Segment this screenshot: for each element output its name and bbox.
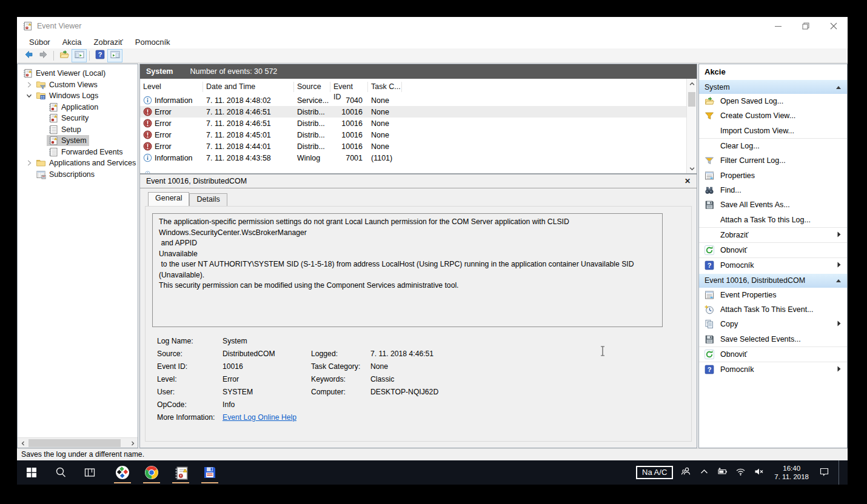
event-row[interactable]: Information7. 11. 2018 4:48:02Service...… [140, 94, 697, 106]
action-item[interactable]: Copy [699, 317, 847, 331]
collapse-arrow-icon[interactable] [835, 83, 842, 91]
help-button[interactable]: ? [92, 49, 107, 62]
scrollbar-thumb[interactable] [688, 92, 695, 107]
action-item[interactable]: Save Selected Events... [699, 331, 847, 346]
chevron-right-icon[interactable] [24, 81, 35, 89]
color-app-taskbar-icon[interactable] [108, 460, 137, 485]
toggle-action-pane-button[interactable] [107, 49, 122, 62]
action-item[interactable]: Find... [699, 183, 847, 197]
collapse-arrow-icon[interactable] [835, 276, 842, 285]
scroll-down-arrow[interactable] [687, 164, 697, 173]
restore-button[interactable] [792, 17, 820, 35]
scrollbar-thumb[interactable] [28, 439, 121, 447]
column-header[interactable]: Event ID [330, 82, 368, 92]
keyboard-layout-indicator[interactable]: Na A/C [636, 466, 673, 479]
action-item[interactable]: ?Pomocník [699, 362, 847, 377]
log-panel: System Number of events: 30 572 LevelDat… [139, 64, 697, 448]
action-item[interactable]: Zobraziť [699, 228, 847, 242]
action-item[interactable]: Properties [699, 168, 847, 182]
action-item[interactable]: ?Pomocník [699, 258, 847, 273]
tree-item[interactable]: Event Viewer (Local) [18, 68, 138, 79]
action-item[interactable]: Import Custom View... [699, 124, 847, 138]
people-icon[interactable] [681, 466, 691, 479]
chevron-down-icon[interactable] [24, 91, 35, 100]
tree-item[interactable]: Subscriptions [18, 169, 138, 181]
action-item[interactable]: Open Saved Log... [699, 94, 847, 108]
clock[interactable]: 16:40 7. 11. 2018 [772, 464, 811, 481]
action-item-label: Save Selected Events... [720, 335, 801, 343]
action-item[interactable]: Event Properties [699, 288, 847, 302]
action-item[interactable]: Obnoviť [699, 347, 847, 362]
action-item[interactable]: Obnoviť [699, 243, 847, 257]
field-label: Computer: [311, 388, 346, 396]
start-button[interactable] [17, 460, 46, 485]
scroll-right-arrow[interactable] [127, 438, 138, 448]
tree-item[interactable]: Windows Logs [18, 90, 138, 102]
tree-horizontal-scrollbar[interactable] [18, 437, 138, 448]
wifi-icon[interactable] [735, 466, 746, 479]
forward-button[interactable] [36, 49, 51, 62]
event-log-online-help-link[interactable]: Event Log Online Help [223, 413, 296, 422]
menu-item[interactable]: Zobraziť [88, 35, 129, 48]
status-bar: Saves the log under a different name. [17, 448, 848, 460]
tray-expand-chevron-icon[interactable] [699, 466, 709, 479]
menu-item[interactable]: Pomocník [129, 35, 176, 48]
scroll-up-arrow[interactable] [687, 79, 697, 88]
close-detail-icon[interactable]: ✕ [685, 177, 691, 185]
event-row[interactable]: Error7. 11. 2018 4:44:01Distrib...10016N… [140, 141, 697, 152]
column-header[interactable]: Level [140, 82, 203, 92]
description-line: Unavailable [159, 249, 656, 260]
volume-muted-icon[interactable] [754, 466, 764, 479]
search-button[interactable] [46, 460, 75, 485]
tab-general[interactable]: General [148, 192, 189, 206]
toggle-console-tree-button[interactable] [72, 49, 87, 62]
tree-item[interactable]: Setup [18, 124, 138, 136]
action-item[interactable]: Attach Task To This Event... [699, 302, 847, 317]
minimize-button[interactable] [764, 17, 792, 35]
action-item[interactable]: Clear Log... [699, 139, 847, 153]
battery-charging-icon[interactable] [717, 466, 728, 479]
action-item[interactable]: Save All Events As... [699, 197, 847, 212]
action-item-label: Create Custom View... [720, 111, 795, 120]
event-row[interactable]: Error7. 11. 2018 4:46:51Distrib...10016N… [140, 106, 697, 118]
chevron-right-icon[interactable] [24, 159, 35, 167]
tree-item[interactable]: Application [18, 102, 138, 113]
text-cursor [600, 346, 606, 356]
action-item[interactable]: Attach a Task To this Log... [699, 212, 847, 227]
tree-item[interactable]: Applications and Services Lo [18, 158, 138, 169]
save-dialog-taskbar-icon[interactable] [195, 460, 224, 485]
event-row[interactable]: Error7. 11. 2018 4:45:01Distrib...10016N… [140, 129, 697, 141]
event-row[interactable]: Error7. 11. 2018 4:46:51Distrib...10016N… [140, 118, 697, 129]
tree-item[interactable]: Security [18, 113, 138, 124]
column-header[interactable]: Task C... [368, 82, 402, 92]
close-button[interactable] [820, 17, 848, 35]
menu-item[interactable]: Akcia [56, 35, 88, 48]
action-center-icon[interactable] [819, 466, 829, 479]
submenu-arrow-icon [837, 261, 841, 270]
tree-item[interactable]: Custom Views [18, 79, 138, 91]
task-view-button[interactable] [75, 460, 104, 485]
menu-item[interactable]: Súbor [23, 35, 56, 48]
scroll-left-arrow[interactable] [18, 438, 28, 448]
tab-details[interactable]: Details [189, 193, 227, 206]
action-item[interactable]: Filter Current Log... [699, 153, 847, 168]
tree-item[interactable]: Forwarded Events [18, 147, 138, 158]
action-section-header[interactable]: System [699, 79, 847, 94]
action-section-header[interactable]: Event 10016, DistributedCOM [699, 273, 847, 288]
partial-row-icon [143, 168, 152, 173]
event-viewer-taskbar-icon[interactable] [166, 460, 195, 485]
show-desktop-button[interactable] [839, 460, 842, 485]
event-list-scrollbar[interactable] [686, 79, 697, 173]
back-button[interactable] [21, 49, 36, 62]
event-row[interactable]: Information7. 11. 2018 4:43:58Winlog7001… [140, 152, 697, 164]
event-task-category: None [368, 96, 402, 105]
action-item[interactable]: Create Custom View... [699, 108, 847, 123]
action-item-label: Save All Events As... [720, 201, 790, 209]
tree-item[interactable]: System [18, 135, 138, 147]
event-source: Distrib... [294, 119, 330, 128]
column-header[interactable]: Date and Time [203, 82, 294, 92]
open-file-button[interactable] [56, 49, 72, 62]
chrome-taskbar-icon[interactable] [137, 460, 166, 485]
tree-item-label: Event Viewer (Local) [36, 69, 105, 78]
column-header[interactable]: Source [294, 82, 330, 92]
